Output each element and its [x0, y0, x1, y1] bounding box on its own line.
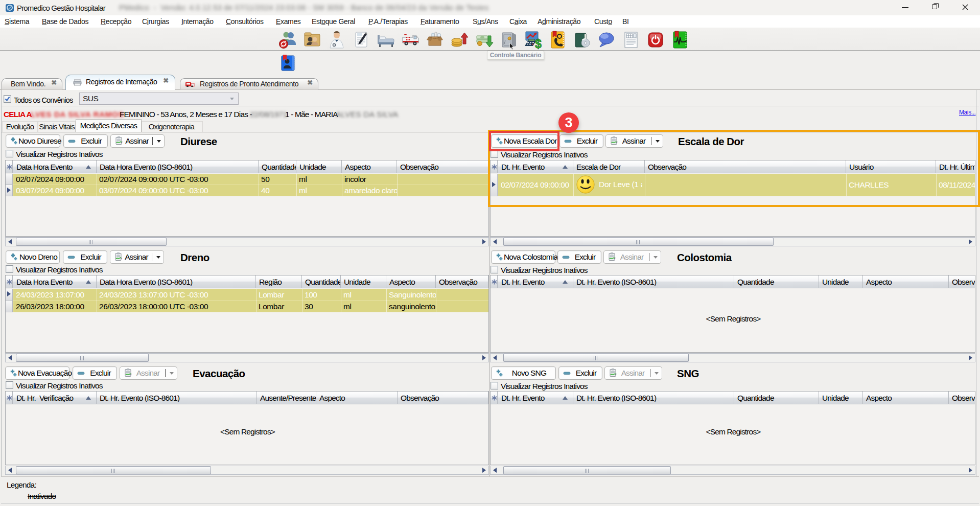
svg-text:$: $	[535, 37, 542, 50]
